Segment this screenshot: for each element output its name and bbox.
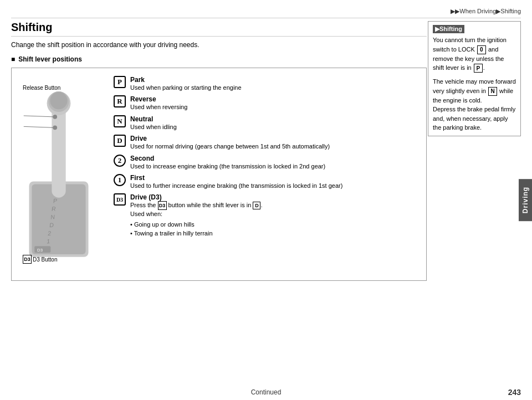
gear-list: P Park Used when parking or starting the… [114, 74, 421, 275]
release-button-label: Release Button [23, 85, 60, 91]
gear-desc-d3: Drive (D3) Press the D3 button while the… [130, 193, 421, 238]
breadcrumb: ▶▶When Driving▶Shifting [451, 8, 521, 15]
sidebar-note-text-1: You cannot turn the ignition switch to L… [433, 35, 516, 73]
svg-line-15 [24, 126, 53, 127]
svg-point-11 [50, 92, 67, 109]
gear-item-d3: D3 Drive (D3) Press the D3 button while … [114, 193, 421, 238]
svg-text:D3: D3 [37, 248, 43, 253]
gear-desc-reverse: Reverse Used when reversing [130, 95, 421, 111]
right-sidebar: ▶Shifting You cannot turn the ignition s… [428, 21, 521, 378]
d3-button-label: D3 D3 Button [23, 255, 57, 264]
page-title: Shifting [11, 21, 427, 34]
gear-desc-park: Park Used when parking or starting the e… [130, 76, 421, 92]
gear-item-neutral: N Neutral Used when idling [114, 115, 421, 131]
gear-badge-r: R [114, 95, 126, 107]
gear-badge-1: 1 [114, 174, 126, 186]
main-content: Shifting Change the shift position in ac… [11, 21, 427, 378]
gear-badge-d: D [114, 135, 126, 147]
svg-text:1: 1 [47, 238, 50, 244]
title-divider [11, 36, 427, 37]
svg-text:R: R [51, 205, 56, 212]
gear-item-second: 2 Second Used to increase engine braking… [114, 155, 421, 171]
gear-badge-n: N [114, 115, 126, 127]
gear-desc-second: Second Used to increase engine braking (… [130, 155, 421, 171]
svg-point-13 [53, 125, 57, 130]
footer-continued: Continued [251, 388, 282, 396]
sidebar-note-box: ▶Shifting You cannot turn the ignition s… [428, 21, 521, 136]
gear-item-reverse: R Reverse Used when reversing [114, 95, 421, 111]
gear-badge-d3: D3 [114, 193, 126, 206]
svg-text:N: N [50, 213, 55, 220]
gear-badge-p: P [114, 76, 126, 88]
gear-item-first: 1 First Used to further increase engine … [114, 174, 421, 190]
svg-line-14 [24, 116, 53, 117]
gear-shift-svg: P R N D 2 1 D3 [17, 74, 100, 273]
svg-rect-8 [52, 106, 65, 197]
gear-desc-neutral: Neutral Used when idling [130, 115, 421, 131]
sidebar-note-title: ▶Shifting [433, 25, 464, 33]
footer-page-number: 243 [508, 388, 521, 397]
gear-item-park: P Park Used when parking or starting the… [114, 76, 421, 92]
gear-item-drive: D Drive Used for normal driving (gears c… [114, 135, 421, 151]
intro-text: Change the shift position in accordance … [11, 41, 427, 49]
section-heading: Shift lever positions [11, 55, 427, 63]
gear-desc-drive: Drive Used for normal driving (gears cha… [130, 135, 421, 151]
gear-badge-2: 2 [114, 155, 126, 167]
driving-tab: Driving [519, 179, 532, 221]
svg-text:2: 2 [47, 229, 52, 237]
svg-text:D: D [49, 222, 54, 229]
sidebar-note-text-2: The vehicle may move forward very slight… [433, 77, 516, 132]
breadcrumb-text: ▶▶When Driving▶Shifting [451, 8, 521, 15]
gear-desc-first: First Used to further increase engine br… [130, 174, 421, 190]
gear-image: Release Button P R N D 2 1 [17, 74, 106, 275]
section-heading-text: Shift lever positions [18, 55, 82, 63]
top-divider [11, 18, 521, 18]
diagram-box: Release Button P R N D 2 1 [11, 68, 427, 281]
svg-point-12 [53, 115, 57, 119]
